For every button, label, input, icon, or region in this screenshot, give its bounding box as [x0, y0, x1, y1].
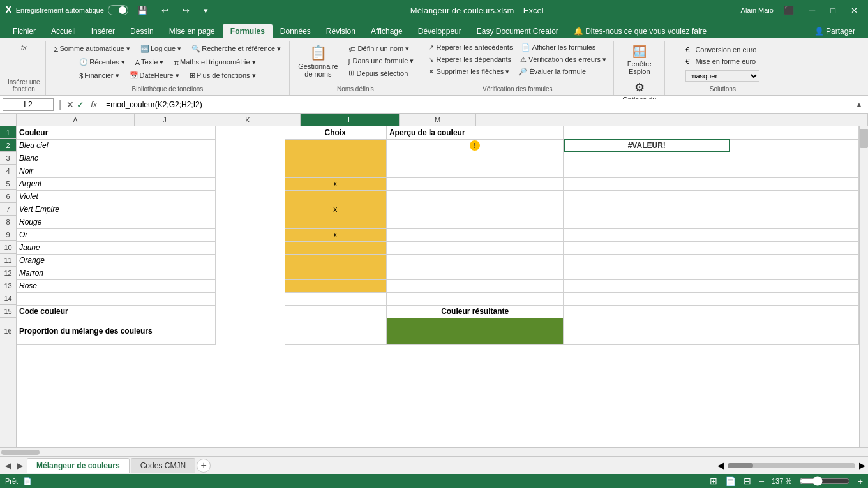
- normal-view-button[interactable]: ⊞: [710, 476, 717, 486]
- cell-h16[interactable]: [267, 318, 276, 344]
- cell-j4[interactable]: [285, 165, 387, 177]
- cell-a2[interactable]: Bleu ciel: [17, 139, 215, 152]
- cell-d12[interactable]: [233, 267, 241, 279]
- redo-button[interactable]: ↪: [177, 3, 195, 18]
- zoom-in-button[interactable]: +: [858, 477, 863, 486]
- cell-k2[interactable]: !: [386, 139, 564, 152]
- autosave-toggle[interactable]: [108, 5, 128, 15]
- cell-i12[interactable]: [276, 267, 284, 279]
- cell-c6[interactable]: [224, 190, 232, 203]
- cell-d16[interactable]: [233, 318, 241, 344]
- cell-e15[interactable]: [241, 305, 250, 318]
- tab-revision[interactable]: Révision: [318, 24, 363, 38]
- cell-b10[interactable]: [215, 241, 224, 254]
- minimize-button[interactable]: ─: [804, 3, 820, 18]
- cell-j15[interactable]: [285, 305, 387, 318]
- tab-help[interactable]: 🔔 Dites-nous ce que vous voulez faire: [566, 24, 714, 38]
- cell-j14[interactable]: [285, 292, 387, 305]
- cell-m14[interactable]: [730, 292, 859, 305]
- cell-e1[interactable]: [241, 126, 250, 139]
- cell-c13[interactable]: [224, 279, 232, 292]
- cell-e9[interactable]: [241, 228, 250, 241]
- cell-e5[interactable]: [241, 177, 250, 190]
- reperer-dependants-button[interactable]: ↘ Repérer les dépendants: [425, 54, 514, 65]
- row-header-9[interactable]: 9: [0, 228, 16, 241]
- cell-h10[interactable]: [267, 241, 276, 254]
- cell-c12[interactable]: [224, 267, 232, 279]
- cell-c8[interactable]: [224, 216, 232, 228]
- row-header-8[interactable]: 8: [0, 216, 16, 228]
- cell-j5[interactable]: x: [285, 177, 387, 190]
- cell-i10[interactable]: [276, 241, 284, 254]
- cell-d13[interactable]: [233, 279, 241, 292]
- cell-g2[interactable]: [258, 139, 267, 152]
- cell-b12[interactable]: [215, 267, 224, 279]
- cell-f2[interactable]: [250, 139, 258, 152]
- cell-c11[interactable]: [224, 254, 232, 267]
- cell-i3[interactable]: [276, 152, 284, 165]
- cell-b1[interactable]: [215, 126, 224, 139]
- cell-m7[interactable]: [730, 203, 859, 216]
- cell-a8[interactable]: Rouge: [17, 216, 215, 228]
- cell-e12[interactable]: [241, 267, 250, 279]
- cell-c5[interactable]: [224, 177, 232, 190]
- cell-b14[interactable]: [215, 292, 224, 305]
- cell-a3[interactable]: Blanc: [17, 152, 215, 165]
- cell-m6[interactable]: [730, 190, 859, 203]
- row-header-4[interactable]: 4: [0, 165, 16, 177]
- conversion-euro-button[interactable]: Conversion en euro: [692, 45, 760, 55]
- cell-h5[interactable]: [267, 177, 276, 190]
- depuis-selection-button[interactable]: ⊞ Depuis sélection: [345, 68, 417, 78]
- cell-k4[interactable]: [386, 165, 564, 177]
- cell-h11[interactable]: [267, 254, 276, 267]
- row-header-15[interactable]: 15: [0, 305, 16, 318]
- cell-d14[interactable]: [233, 292, 241, 305]
- cell-b4[interactable]: [215, 165, 224, 177]
- cell-j11[interactable]: [285, 254, 387, 267]
- cell-k11[interactable]: [386, 254, 564, 267]
- cell-l2[interactable]: #VALEUR!: [564, 139, 730, 152]
- recherche-ref-button[interactable]: 🔍 Recherche et référence ▾: [187, 42, 285, 55]
- cell-f13[interactable]: [250, 279, 258, 292]
- save-button[interactable]: 💾: [132, 3, 153, 18]
- cell-i2[interactable]: [276, 139, 284, 152]
- cell-l9[interactable]: [564, 228, 730, 241]
- tab-dessin[interactable]: Dessin: [123, 24, 161, 38]
- insert-function-button[interactable]: fx: [18, 42, 30, 52]
- cell-i1[interactable]: [276, 126, 284, 139]
- col-header-l[interactable]: L: [301, 114, 400, 126]
- tab-affichage[interactable]: Affichage: [363, 24, 410, 38]
- cell-j2[interactable]: [285, 139, 387, 152]
- definir-nom-button[interactable]: 🏷 Définir un nom ▾: [345, 43, 417, 54]
- cell-f14[interactable]: [250, 292, 258, 305]
- cell-e14[interactable]: [241, 292, 250, 305]
- quick-access-more[interactable]: ▾: [198, 3, 213, 18]
- cell-a9[interactable]: Or: [17, 228, 215, 241]
- supprimer-fleches-button[interactable]: ✕ Supprimer les flèches ▾: [425, 66, 513, 77]
- cell-l11[interactable]: [564, 254, 730, 267]
- gestionnaire-button[interactable]: 📋 Gestionnairede noms: [294, 42, 342, 80]
- cell-h3[interactable]: [267, 152, 276, 165]
- cell-d4[interactable]: [233, 165, 241, 177]
- col-header-k[interactable]: K: [195, 114, 301, 126]
- cell-i7[interactable]: [276, 203, 284, 216]
- cell-i11[interactable]: [276, 254, 284, 267]
- cell-e11[interactable]: [241, 254, 250, 267]
- cell-e2[interactable]: [241, 139, 250, 152]
- cell-a4[interactable]: Noir: [17, 165, 215, 177]
- row-header-11[interactable]: 11: [0, 254, 16, 267]
- cell-b15[interactable]: [215, 305, 224, 318]
- cell-a15[interactable]: Code couleur: [17, 305, 215, 318]
- cell-l6[interactable]: [564, 190, 730, 203]
- cell-b2[interactable]: [215, 139, 224, 152]
- cell-a6[interactable]: Violet: [17, 190, 215, 203]
- cell-c2[interactable]: [224, 139, 232, 152]
- cell-h9[interactable]: [267, 228, 276, 241]
- cell-f11[interactable]: [250, 254, 258, 267]
- cell-d10[interactable]: [233, 241, 241, 254]
- tab-partager[interactable]: 👤 Partager: [807, 24, 863, 38]
- cell-g12[interactable]: [258, 267, 267, 279]
- cell-d1[interactable]: [233, 126, 241, 139]
- cell-f1[interactable]: [250, 126, 258, 139]
- scrollbar-thumb[interactable]: [860, 129, 868, 148]
